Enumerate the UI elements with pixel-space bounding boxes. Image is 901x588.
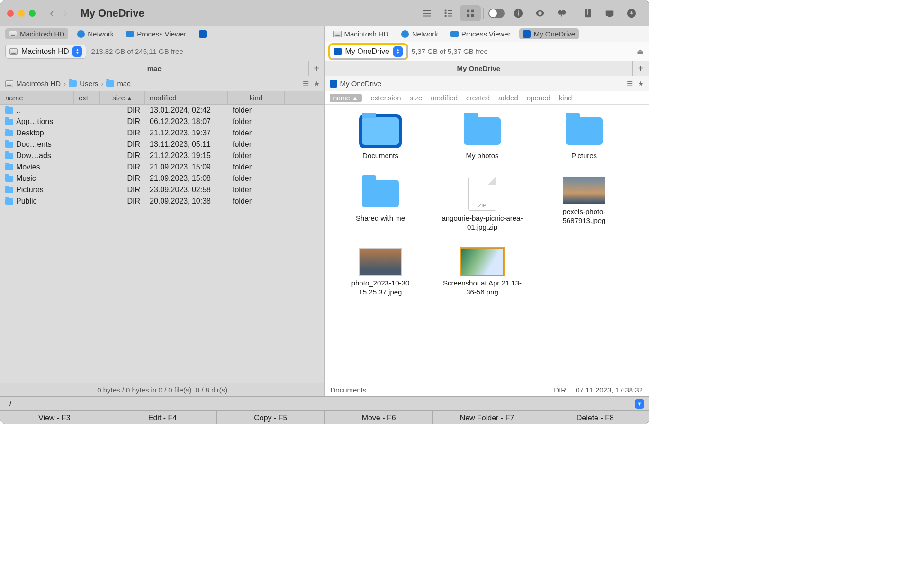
path-text: / (5, 399, 16, 409)
fav-macintosh-hd[interactable]: Macintosh HD (5, 28, 68, 39)
table-row[interactable]: ..DIR13.01.2024, 02:42folder (0, 105, 324, 116)
table-row[interactable]: MusicDIR21.09.2023, 15:08folder (0, 173, 324, 184)
sort-added[interactable]: added (498, 94, 518, 102)
view-list-icon[interactable] (416, 5, 437, 21)
grid-item[interactable]: Screenshot at Apr 21 13-36-56.png (441, 248, 524, 297)
path-history-dropdown[interactable]: ▼ (635, 399, 644, 409)
hidden-toggle[interactable] (486, 5, 507, 21)
col-size[interactable]: size▲ (100, 91, 145, 104)
fkey-move[interactable]: Move - F6 (325, 411, 433, 424)
right-tab[interactable]: My OneDrive (325, 64, 633, 72)
fav-onedrive[interactable]: My OneDrive (519, 28, 579, 39)
table-row[interactable]: DesktopDIR21.12.2023, 19:37folder (0, 127, 324, 139)
crumb-1[interactable]: Users (80, 80, 98, 88)
search-icon[interactable] (551, 5, 572, 21)
sort-kind[interactable]: kind (559, 94, 572, 102)
folder-icon (5, 187, 13, 193)
drive-dropdown[interactable]: My OneDrive ▲▼ (330, 45, 407, 59)
fkey-newfolder[interactable]: New Folder - F7 (433, 411, 541, 424)
forward-button[interactable]: › (63, 6, 68, 20)
info-icon[interactable] (508, 5, 529, 21)
sort-name[interactable]: name ▲ (330, 94, 362, 102)
svg-rect-9 (467, 9, 470, 12)
path-bar: / ▼ (0, 396, 649, 410)
col-name[interactable]: name (0, 91, 74, 104)
fav-network[interactable]: Network (397, 28, 442, 39)
fav-process-viewer[interactable]: Process Viewer (447, 28, 514, 39)
back-button[interactable]: ‹ (50, 6, 54, 20)
item-label: My photos (466, 151, 498, 160)
svg-rect-7 (448, 13, 452, 14)
zoom-button[interactable] (29, 10, 36, 17)
preview-icon[interactable] (530, 5, 550, 21)
fav-network[interactable]: Network (73, 28, 117, 39)
grid-item[interactable]: Shared with me (339, 177, 422, 232)
svg-rect-12 (471, 14, 474, 17)
crumb-0[interactable]: Macintosh HD (16, 80, 61, 88)
item-label: Pictures (571, 151, 597, 160)
grid-item[interactable]: angourie-bay-picnic-area-01.jpg.zip (441, 177, 524, 232)
fkey-delete[interactable]: Delete - F8 (541, 411, 649, 424)
left-file-list[interactable]: ..DIR13.01.2024, 02:42folderApp…tionsDIR… (0, 105, 324, 383)
archive-icon[interactable] (577, 5, 598, 21)
grid-item[interactable]: My photos (441, 114, 524, 160)
eject-icon[interactable] (599, 5, 620, 21)
minimize-button[interactable] (18, 10, 25, 17)
eject-icon[interactable]: ⏏ (637, 47, 644, 56)
table-row[interactable]: PicturesDIR23.09.2023, 02:58folder (0, 184, 324, 196)
view-icons-icon[interactable] (460, 5, 481, 21)
star-icon[interactable]: ★ (314, 80, 320, 88)
col-ext[interactable]: ext (74, 91, 100, 104)
fkey-copy[interactable]: Copy - F5 (217, 411, 325, 424)
disk-icon (9, 31, 17, 37)
path-input[interactable] (16, 400, 635, 408)
table-row[interactable]: Doc…entsDIR13.11.2023, 05:11folder (0, 139, 324, 150)
sort-size[interactable]: size (410, 94, 423, 102)
list-mode-icon[interactable]: ☰ (627, 80, 633, 88)
status-size: DIR (554, 386, 566, 394)
globe-icon (77, 30, 85, 38)
table-row[interactable]: App…tionsDIR06.12.2023, 18:07folder (0, 116, 324, 127)
crumb-2[interactable]: mac (117, 80, 130, 88)
fav-process-viewer[interactable]: Process Viewer (122, 28, 190, 39)
crumb-0[interactable]: My OneDrive (340, 80, 382, 88)
sort-modified[interactable]: modified (431, 94, 458, 102)
grid-item[interactable]: photo_2023-10-30 15.25.37.jpeg (339, 248, 422, 297)
add-tab-button[interactable]: + (632, 61, 649, 76)
laptop-icon (450, 31, 459, 37)
svg-rect-6 (448, 10, 452, 11)
fkey-view[interactable]: View - F3 (0, 411, 108, 424)
list-mode-icon[interactable]: ☰ (303, 80, 309, 88)
add-tab-button[interactable]: + (308, 61, 324, 76)
right-drive-selector: My OneDrive ▲▼ 5,37 GB of 5,37 GB free ⏏ (325, 42, 649, 61)
fkey-bar: View - F3 Edit - F4 Copy - F5 Move - F6 … (0, 410, 649, 424)
sort-created[interactable]: created (466, 94, 490, 102)
right-icon-view[interactable]: DocumentsMy photosPicturesShared with me… (325, 105, 649, 383)
svg-point-15 (518, 10, 519, 12)
table-row[interactable]: MoviesDIR21.09.2023, 15:09folder (0, 161, 324, 173)
left-tab[interactable]: mac (0, 64, 308, 72)
col-kind[interactable]: kind (228, 91, 285, 104)
close-button[interactable] (7, 10, 14, 17)
fkey-edit[interactable]: Edit - F4 (108, 411, 216, 424)
sort-extension[interactable]: extension (370, 94, 401, 102)
sort-opened[interactable]: opened (527, 94, 550, 102)
grid-item[interactable]: Pictures (543, 114, 626, 160)
grid-item[interactable]: pexels-photo-5687913.jpeg (543, 177, 626, 232)
svg-rect-1 (423, 13, 431, 14)
table-row[interactable]: PublicDIR20.09.2023, 10:38folder (0, 196, 324, 207)
fav-macintosh-hd[interactable]: Macintosh HD (330, 28, 393, 39)
fav-onedrive[interactable] (195, 28, 210, 39)
window-controls (7, 10, 36, 17)
view-columns-icon[interactable] (438, 5, 459, 21)
folder-icon (359, 114, 402, 148)
download-icon[interactable] (621, 5, 642, 21)
left-drive-selector: Macintosh HD ▲▼ 213,82 GB of 245,11 GB f… (0, 42, 324, 61)
drive-dropdown[interactable]: Macintosh HD ▲▼ (5, 45, 86, 59)
col-modified[interactable]: modified (145, 91, 228, 104)
star-icon[interactable]: ★ (638, 80, 644, 88)
grid-item[interactable]: Documents (339, 114, 422, 160)
table-row[interactable]: Dow…adsDIR21.12.2023, 19:15folder (0, 150, 324, 161)
left-pane: Macintosh HD Network Process Viewer Maci… (0, 26, 325, 396)
svg-rect-11 (467, 14, 470, 17)
